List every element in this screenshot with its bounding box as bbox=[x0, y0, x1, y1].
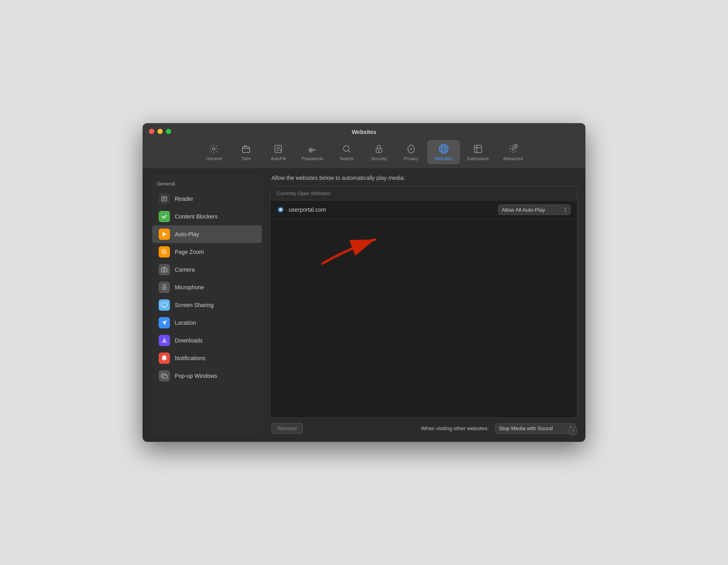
svg-point-4 bbox=[310, 149, 312, 151]
main-description: Allow the websites below to automaticall… bbox=[270, 175, 577, 181]
fullscreen-button[interactable] bbox=[166, 129, 171, 134]
screen-sharing-label: Screen Sharing bbox=[175, 302, 214, 308]
sidebar-item-screen-sharing[interactable]: Screen Sharing bbox=[152, 296, 262, 314]
search-label: Search bbox=[340, 156, 354, 161]
websites-table: Currently Open Websites bbox=[270, 186, 577, 418]
camera-label: Camera bbox=[175, 266, 195, 273]
autoplay-icon bbox=[159, 229, 170, 240]
safari-preferences-window: Websites General Tab bbox=[143, 123, 585, 442]
svg-point-16 bbox=[163, 269, 165, 271]
table-header-text: Currently Open Websites bbox=[277, 191, 331, 196]
advanced-icon bbox=[508, 143, 518, 155]
security-icon bbox=[374, 143, 384, 155]
dropdown-arrows-icon: ▲ ▼ bbox=[564, 206, 567, 213]
traffic-lights bbox=[149, 129, 171, 134]
general-icon bbox=[209, 143, 219, 155]
help-button[interactable]: ? bbox=[569, 427, 577, 435]
main-content: Allow the websites below to automaticall… bbox=[270, 175, 577, 434]
sidebar-item-popup-windows[interactable]: Pop-up Windows bbox=[152, 367, 262, 385]
site-autoplay-value: Allow All Auto-Play bbox=[502, 207, 545, 213]
security-label: Security bbox=[371, 156, 387, 161]
microphone-label: Microphone bbox=[175, 284, 204, 291]
passwords-label: Passwords bbox=[302, 156, 323, 161]
sidebar-item-reader[interactable]: Reader bbox=[152, 190, 262, 208]
remove-button[interactable]: Remove bbox=[271, 423, 303, 434]
privacy-label: Privacy bbox=[404, 156, 418, 161]
tab-advanced[interactable]: Advanced bbox=[496, 140, 530, 164]
screen-sharing-icon bbox=[159, 299, 170, 311]
location-label: Location bbox=[175, 320, 196, 326]
svg-rect-20 bbox=[163, 375, 167, 378]
toolbar: General Tabs bbox=[151, 140, 577, 168]
reader-icon bbox=[159, 193, 170, 204]
advanced-label: Advanced bbox=[503, 156, 523, 161]
sidebar-item-page-zoom[interactable]: Page Zoom bbox=[152, 243, 262, 261]
extensions-label: Extensions bbox=[467, 156, 489, 161]
svg-rect-1 bbox=[242, 147, 250, 153]
tab-tabs[interactable]: Tabs bbox=[230, 140, 262, 164]
downloads-icon bbox=[159, 335, 170, 346]
tab-search[interactable]: Search bbox=[331, 140, 363, 164]
sidebar-section-title: General bbox=[151, 181, 263, 190]
table-row-site: userportal.com bbox=[277, 206, 498, 214]
tab-security[interactable]: Security bbox=[363, 140, 395, 164]
search-icon bbox=[342, 143, 352, 155]
tabs-label: Tabs bbox=[242, 156, 251, 161]
camera-icon bbox=[159, 264, 170, 275]
extensions-icon bbox=[473, 143, 483, 155]
page-zoom-icon bbox=[159, 246, 170, 258]
notifications-label: Notifications bbox=[175, 355, 205, 361]
svg-marker-13 bbox=[163, 232, 166, 237]
close-button[interactable] bbox=[149, 129, 154, 134]
svg-point-0 bbox=[213, 148, 215, 150]
sidebar-item-microphone[interactable]: Microphone bbox=[152, 278, 262, 296]
popup-windows-icon bbox=[159, 370, 170, 381]
tab-privacy[interactable]: Privacy bbox=[395, 140, 427, 164]
autofill-icon bbox=[273, 143, 283, 155]
bottom-bar: Remove When visiting other websites: Sto… bbox=[270, 423, 577, 434]
microphone-icon bbox=[159, 282, 170, 293]
tab-websites[interactable]: Websites bbox=[427, 140, 460, 164]
window-title: Websites bbox=[352, 129, 376, 135]
site-autoplay-dropdown[interactable]: Allow All Auto-Play ▲ ▼ bbox=[498, 204, 571, 215]
other-websites-label: When visiting other websites: bbox=[421, 425, 489, 431]
sidebar-item-auto-play[interactable]: Auto-Play bbox=[152, 225, 262, 243]
svg-point-10 bbox=[512, 148, 514, 150]
table-header: Currently Open Websites bbox=[270, 186, 577, 200]
title-bar: Websites General Tab bbox=[143, 123, 585, 168]
passwords-icon bbox=[308, 143, 317, 155]
tabs-icon bbox=[241, 143, 251, 155]
sidebar: General Reader Content Block bbox=[151, 175, 263, 434]
svg-rect-18 bbox=[161, 303, 167, 307]
sidebar-item-camera[interactable]: Camera bbox=[152, 261, 262, 278]
location-icon bbox=[159, 317, 170, 328]
other-websites-dropdown[interactable]: Stop Media with Sound ▲ ▼ bbox=[495, 423, 576, 434]
svg-rect-15 bbox=[161, 268, 167, 272]
content-area: General Reader Content Block bbox=[143, 168, 585, 442]
websites-label: Websites bbox=[434, 156, 453, 161]
websites-icon bbox=[438, 143, 449, 155]
page-zoom-label: Page Zoom bbox=[175, 249, 204, 255]
other-websites-value: Stop Media with Sound bbox=[499, 425, 553, 431]
tab-passwords[interactable]: Passwords bbox=[294, 140, 331, 164]
privacy-icon bbox=[406, 143, 416, 155]
general-label: General bbox=[206, 156, 222, 161]
tab-autofill[interactable]: AutoFill bbox=[262, 140, 294, 164]
sidebar-item-location[interactable]: Location bbox=[152, 314, 262, 332]
sidebar-item-downloads[interactable]: Downloads bbox=[152, 332, 262, 349]
svg-point-5 bbox=[343, 146, 349, 151]
downloads-label: Downloads bbox=[175, 337, 203, 344]
tab-general[interactable]: General bbox=[198, 140, 230, 164]
table-row: userportal.com Allow All Auto-Play ▲ ▼ bbox=[270, 200, 577, 219]
notifications-icon bbox=[159, 353, 170, 364]
site-domain: userportal.com bbox=[289, 206, 326, 213]
site-favicon bbox=[277, 206, 285, 214]
autofill-label: AutoFill bbox=[271, 156, 286, 161]
reader-label: Reader bbox=[175, 196, 193, 202]
sidebar-item-notifications[interactable]: Notifications bbox=[152, 349, 262, 367]
tab-extensions[interactable]: Extensions bbox=[460, 140, 496, 164]
minimize-button[interactable] bbox=[157, 129, 163, 134]
sidebar-item-content-blockers[interactable]: Content Blockers bbox=[152, 208, 262, 225]
svg-rect-17 bbox=[163, 285, 165, 288]
auto-play-label: Auto-Play bbox=[175, 231, 199, 237]
